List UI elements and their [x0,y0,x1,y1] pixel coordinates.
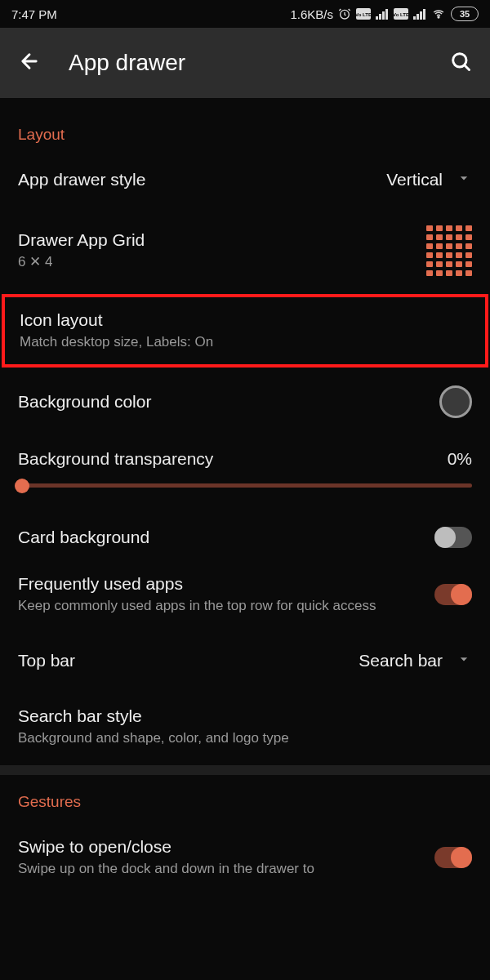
frequently-used-row[interactable]: Frequently used apps Keep commonly used … [0,566,490,633]
svg-rect-9 [413,16,416,20]
alarm-icon [338,7,351,20]
app-drawer-style-value: Vertical [386,170,443,189]
status-time: 7:47 PM [11,7,290,21]
icon-layout-highlight: Icon layout Match desktop size, Labels: … [2,294,488,368]
background-transparency-row[interactable]: Background transparency 0% [0,436,490,509]
svg-text:Vo LTE: Vo LTE [356,12,371,17]
status-bar: 7:47 PM 1.6KB/s Vo LTE Vo LTE 35 [0,0,490,28]
background-transparency-value: 0% [448,449,472,469]
svg-text:Vo LTE: Vo LTE [394,12,408,17]
svg-rect-6 [385,9,388,20]
svg-rect-10 [416,14,419,20]
chevron-down-icon [456,651,472,670]
frequently-used-sub: Keep commonly used apps in the top row f… [18,597,421,615]
color-swatch-icon [439,385,472,418]
section-divider [0,765,490,775]
svg-point-13 [438,16,439,18]
back-button[interactable] [18,50,41,76]
svg-rect-11 [420,11,422,20]
background-transparency-title: Background transparency [18,449,213,469]
slider-thumb-icon[interactable] [15,479,29,493]
section-gestures-label: Gestures [0,775,490,819]
icon-layout-title: Icon layout [20,310,470,330]
top-bar-value: Search bar [359,651,443,670]
status-icons: 1.6KB/s Vo LTE Vo LTE 35 [290,7,479,21]
search-button[interactable] [449,50,472,76]
search-bar-style-sub: Background and shape, color, and logo ty… [18,729,472,747]
search-bar-style-title: Search bar style [18,706,472,726]
swipe-title: Swipe to open/close [18,837,421,857]
transparency-slider[interactable] [18,483,472,488]
card-background-toggle[interactable] [434,527,472,548]
volte-icon-1: Vo LTE [356,8,371,20]
svg-rect-3 [376,16,378,20]
card-background-title: Card background [18,528,421,547]
volte-icon-2: Vo LTE [394,8,408,20]
top-bar-row[interactable]: Top bar Search bar [0,633,490,688]
svg-rect-12 [423,9,425,20]
frequently-used-toggle[interactable] [434,584,472,605]
drawer-grid-title: Drawer App Grid [18,230,413,250]
icon-layout-sub: Match desktop size, Labels: On [20,333,470,351]
svg-rect-4 [379,14,381,20]
icon-layout-row[interactable]: Icon layout Match desktop size, Labels: … [5,297,485,364]
background-color-title: Background color [18,392,426,412]
chevron-down-icon [456,170,472,189]
drawer-grid-sub: 6 ✕ 4 [18,253,413,271]
signal-icon-1 [376,8,389,20]
app-drawer-style-title: App drawer style [18,170,373,189]
app-bar: App drawer [0,28,490,98]
battery-icon: 35 [451,7,479,21]
app-drawer-style-row[interactable]: App drawer style Vertical [0,152,490,207]
top-bar-title: Top bar [18,651,345,670]
swipe-toggle[interactable] [434,847,472,868]
drawer-grid-row[interactable]: Drawer App Grid 6 ✕ 4 [0,207,490,294]
frequently-used-title: Frequently used apps [18,574,421,594]
swipe-sub: Swipe up on the dock and down in the dra… [18,860,421,878]
wifi-icon [431,8,446,20]
page-title: App drawer [69,50,185,76]
background-color-row[interactable]: Background color [0,368,490,436]
status-data-rate: 1.6KB/s [290,7,333,21]
swipe-open-close-row[interactable]: Swipe to open/close Swipe up on the dock… [0,819,490,878]
search-bar-style-row[interactable]: Search bar style Background and shape, c… [0,688,490,765]
card-background-row[interactable]: Card background [0,509,490,566]
section-layout-label: Layout [0,98,490,152]
grid-icon [426,225,472,276]
svg-rect-5 [382,11,385,20]
signal-icon-2 [413,8,426,20]
